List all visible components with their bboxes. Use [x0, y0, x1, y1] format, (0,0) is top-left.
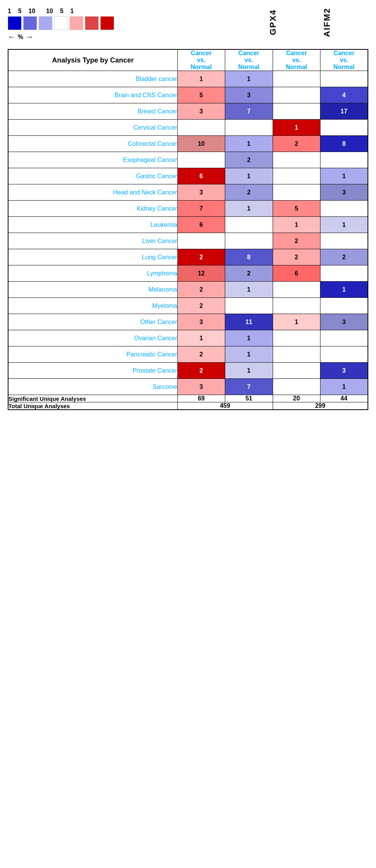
table-row: Pancreatic Cancer21 [8, 346, 368, 363]
table-row: Esophageal Cancer2 [8, 152, 368, 168]
data-cell: 1 [225, 346, 273, 363]
data-cell: 1 [320, 168, 368, 184]
gene-headers: GPX4 AIFM2 [130, 8, 368, 37]
data-cell: 1 [225, 201, 273, 217]
table-row: Colorectal Cancer10128 [8, 136, 368, 152]
col-header-aifm2-1: Cancervs.Normal [273, 49, 320, 71]
legend-box-white [54, 16, 68, 30]
cancer-label: Brain and CNS Cancer [8, 87, 177, 103]
data-cell [273, 103, 320, 120]
left-arrow-icon: ← [8, 32, 15, 41]
data-cell [273, 168, 320, 184]
data-cell [320, 71, 368, 87]
significant-aifm2-1: 20 [273, 395, 320, 402]
legend-num-10r: 10 [46, 8, 53, 15]
data-cell [273, 152, 320, 168]
data-cell [273, 330, 320, 346]
table-row: Other Cancer31113 [8, 314, 368, 330]
significant-label: Significant Unique Analyses [8, 395, 177, 402]
legend-num-5: 5 [18, 8, 22, 15]
data-cell: 1 [225, 282, 273, 298]
cancer-label: Head and Neck Cancer [8, 184, 177, 201]
data-cell: 1 [320, 379, 368, 395]
table-row: Head and Neck Cancer323 [8, 184, 368, 201]
data-cell [177, 233, 225, 249]
data-cell: 2 [177, 346, 225, 363]
cancer-label: Myeloma [8, 298, 177, 314]
data-cell [273, 71, 320, 87]
data-cell: 3 [177, 379, 225, 395]
table-row: Kidney Cancer715 [8, 201, 368, 217]
data-cell: 1 [225, 136, 273, 152]
data-cell: 3 [177, 103, 225, 120]
legend-box-med-blue [23, 16, 37, 30]
data-cell: 7 [225, 379, 273, 395]
gene-gpx4-label: GPX4 [268, 8, 314, 37]
cancer-label: Other Cancer [8, 314, 177, 330]
data-cell: 2 [225, 184, 273, 201]
legend-num-10: 10 [29, 8, 35, 15]
data-cell [225, 120, 273, 136]
data-cell: 2 [225, 265, 273, 282]
legend-numbers: 1 5 10 10 5 1 [8, 8, 74, 15]
data-cell: 2 [320, 249, 368, 265]
cancer-label: Leukemia [8, 217, 177, 233]
table-header-row: Analysis Type by Cancer Cancervs.Normal … [8, 49, 368, 71]
data-cell: 1 [273, 120, 320, 136]
col-header-gpx4-1: Cancervs.Normal [177, 49, 225, 71]
data-cell [320, 298, 368, 314]
data-cell: 6 [273, 265, 320, 282]
main-table: Analysis Type by Cancer Cancervs.Normal … [8, 49, 368, 410]
table-row: Bladder cancer11 [8, 71, 368, 87]
total-aifm2: 299 [273, 402, 368, 410]
data-cell: 1 [225, 168, 273, 184]
legend-num-1: 1 [8, 8, 11, 15]
data-cell: 1 [225, 71, 273, 87]
data-cell [177, 152, 225, 168]
cancer-label: Esophageal Cancer [8, 152, 177, 168]
data-cell [320, 233, 368, 249]
legend-box-light-red [69, 16, 83, 30]
data-cell [320, 346, 368, 363]
cancer-label: Liver Cancer [8, 233, 177, 249]
legend-num-1r: 1 [70, 8, 74, 15]
table-row: Melanoma211 [8, 282, 368, 298]
table-row: Liver Cancer2 [8, 233, 368, 249]
table-row: Sarcome371 [8, 379, 368, 395]
data-cell: 1 [320, 217, 368, 233]
table-row: Lung Cancer2822 [8, 249, 368, 265]
data-cell [273, 184, 320, 201]
cancer-label: Melanoma [8, 282, 177, 298]
data-cell: 10 [177, 136, 225, 152]
data-cell: 17 [320, 103, 368, 120]
table-row: Gastric Cancer611 [8, 168, 368, 184]
data-cell [273, 379, 320, 395]
data-cell: 2 [225, 152, 273, 168]
data-cell: 7 [225, 103, 273, 120]
significant-gpx4-1: 69 [177, 395, 225, 402]
gene-aifm2-label: AIFM2 [322, 8, 368, 37]
data-cell [320, 265, 368, 282]
total-label: Total Unique Analyses [8, 402, 177, 410]
data-cell [273, 87, 320, 103]
data-cell: 1 [273, 217, 320, 233]
table-row: Brain and CNS Cancer534 [8, 87, 368, 103]
col-header-aifm2-2: Cancervs.Normal [320, 49, 368, 71]
data-cell [273, 363, 320, 379]
cancer-label: Pancreatic Cancer [8, 346, 177, 363]
data-cell: 5 [177, 87, 225, 103]
table-row: Lymphoma1226 [8, 265, 368, 282]
data-cell [273, 282, 320, 298]
cancer-label: Kidney Cancer [8, 201, 177, 217]
significant-aifm2-2: 44 [320, 395, 368, 402]
col-header-gpx4-2: Cancervs.Normal [225, 49, 273, 71]
table-row: Myeloma2 [8, 298, 368, 314]
data-cell: 12 [177, 265, 225, 282]
table-row: Prostate Cancer213 [8, 363, 368, 379]
data-cell: 3 [320, 314, 368, 330]
analysis-type-header: Analysis Type by Cancer [8, 49, 177, 71]
cancer-label: Ovarian Cancer [8, 330, 177, 346]
data-cell: 11 [225, 314, 273, 330]
legend-arrow-row: ← % → [8, 32, 33, 41]
legend-box-dark-blue [8, 16, 22, 30]
